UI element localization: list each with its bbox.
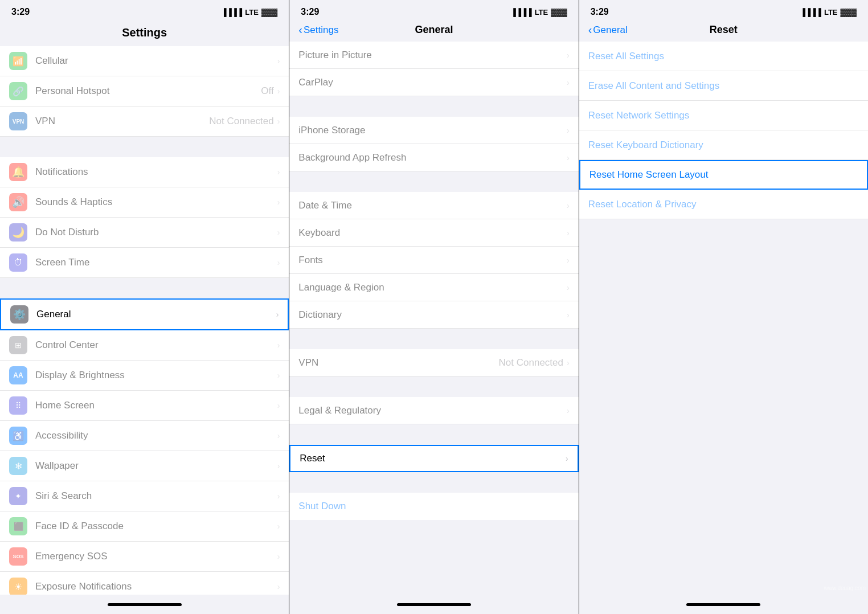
settings-item-controlcenter[interactable]: ⊞ Control Center › <box>0 330 289 361</box>
general-item-shutdown[interactable]: Shut Down <box>289 493 578 520</box>
storage-label: iPhone Storage <box>298 125 567 136</box>
general-item-pip[interactable]: Picture in Picture › <box>289 42 578 69</box>
general-item-storage[interactable]: iPhone Storage › <box>289 117 578 144</box>
settings-item-faceid[interactable]: ⬛ Face ID & Passcode › <box>0 511 289 542</box>
dictionary-label: Dictionary <box>298 309 567 321</box>
sounds-label: Sounds & Haptics <box>35 197 277 208</box>
general-item-bgrefresh[interactable]: Background App Refresh › <box>289 144 578 171</box>
general-item-dictionary[interactable]: Dictionary › <box>289 301 578 329</box>
general-item-vpn[interactable]: VPN Not Connected › <box>289 349 578 376</box>
reset-nav-chevron: › <box>566 454 568 463</box>
lte-label-2: LTE <box>535 8 548 17</box>
lte-label-3: LTE <box>824 8 838 17</box>
back-label-settings: Settings <box>304 24 338 36</box>
general-item-legal[interactable]: Legal & Regulatory › <box>289 397 578 424</box>
bgrefresh-chevron: › <box>567 153 570 162</box>
reset-network-label: Reset Network Settings <box>588 110 859 121</box>
settings-item-cellular[interactable]: 📶 Cellular › <box>0 46 289 76</box>
donotdisturb-label: Do Not Disturb <box>35 227 277 238</box>
keyboard-chevron: › <box>567 228 570 238</box>
storage-chevron: › <box>567 126 570 135</box>
settings-item-screentime[interactable]: ⏱ Screen Time › <box>0 248 289 278</box>
reset-section: Reset All Settings Erase All Content and… <box>579 42 868 219</box>
sounds-icon: 🔊 <box>9 193 27 211</box>
separator-g2 <box>289 171 578 192</box>
general-item-datetime[interactable]: Date & Time › <box>289 192 578 219</box>
separator-g3 <box>289 329 578 349</box>
home-indicator-1 <box>108 603 182 606</box>
legal-label: Legal & Regulatory <box>298 405 567 416</box>
hotspot-label: Personal Hotspot <box>35 85 261 97</box>
shutdown-label: Shut Down <box>298 501 569 512</box>
homescreen-label: Home Screen <box>35 400 277 411</box>
status-time-3: 3:29 <box>591 7 609 17</box>
hotspot-icon: 🔗 <box>9 82 27 100</box>
accessibility-label: Accessibility <box>35 430 277 441</box>
reset-item-all-settings[interactable]: Reset All Settings <box>579 42 868 71</box>
general-vpn-chevron: › <box>567 358 570 367</box>
exposure-icon: ☀ <box>9 578 27 595</box>
fonts-label: Fonts <box>298 255 567 266</box>
settings-item-accessibility[interactable]: ♿ Accessibility › <box>0 421 289 451</box>
settings-item-sounds[interactable]: 🔊 Sounds & Haptics › <box>0 187 289 218</box>
bgrefresh-label: Background App Refresh <box>298 152 567 163</box>
wallpaper-chevron: › <box>277 461 280 470</box>
sos-label: Emergency SOS <box>35 551 277 562</box>
settings-section-general: ⚙️ General › <box>0 298 289 330</box>
settings-item-exposure[interactable]: ☀ Exposure Notifications › <box>0 572 289 595</box>
reset-item-home-screen[interactable]: Reset Home Screen Layout <box>579 160 868 190</box>
settings-item-vpn[interactable]: VPN VPN Not Connected › <box>0 107 289 137</box>
settings-item-homescreen[interactable]: ⠿ Home Screen › <box>0 391 289 421</box>
general-item-carplay[interactable]: CarPlay › <box>289 69 578 96</box>
settings-item-notifications[interactable]: 🔔 Notifications › <box>0 157 289 187</box>
general-icon: ⚙️ <box>10 305 28 324</box>
siri-label: Siri & Search <box>35 490 277 502</box>
faceid-label: Face ID & Passcode <box>35 521 277 532</box>
home-indicator-3 <box>686 603 760 606</box>
settings-item-wallpaper[interactable]: ❄ Wallpaper › <box>0 451 289 481</box>
vpn-icon: VPN <box>9 112 27 130</box>
screentime-label: Screen Time <box>35 257 277 268</box>
settings-item-donotdisturb[interactable]: 🌙 Do Not Disturb › <box>0 218 289 248</box>
signal-icon-2: ▐▐▐▐ <box>511 8 532 17</box>
display-chevron: › <box>277 371 280 380</box>
reset-item-keyboard-dict[interactable]: Reset Keyboard Dictionary <box>579 130 868 160</box>
reset-item-network[interactable]: Reset Network Settings <box>579 101 868 130</box>
general-item-keyboard[interactable]: Keyboard › <box>289 219 578 247</box>
back-button-settings[interactable]: ‹ Settings <box>298 23 338 36</box>
settings-item-general[interactable]: ⚙️ General › <box>0 298 289 330</box>
vpn-chevron: › <box>277 117 280 126</box>
exposure-chevron: › <box>277 582 280 591</box>
battery-icon-3: ▓▓▓ <box>841 8 857 17</box>
settings-item-sos[interactable]: SOS Emergency SOS › <box>0 542 289 572</box>
general-section-3: Date & Time › Keyboard › Fonts › Languag… <box>289 192 578 329</box>
general-section-reset: Reset › <box>289 445 578 472</box>
reset-list: Reset All Settings Erase All Content and… <box>579 42 868 595</box>
general-item-reset[interactable]: Reset › <box>289 445 578 472</box>
status-time-2: 3:29 <box>301 7 319 17</box>
settings-item-siri[interactable]: ✦ Siri & Search › <box>0 481 289 511</box>
separator-2 <box>0 278 289 298</box>
status-icons-2: ▐▐▐▐ LTE ▓▓▓ <box>511 8 567 17</box>
battery-icon-2: ▓▓▓ <box>551 8 567 17</box>
donotdisturb-icon: 🌙 <box>9 223 27 241</box>
general-item-fonts[interactable]: Fonts › <box>289 247 578 274</box>
hotspot-value: Off <box>261 85 273 97</box>
back-button-general[interactable]: ‹ General <box>588 23 628 36</box>
settings-item-display[interactable]: AA Display & Brightness › <box>0 361 289 391</box>
reset-all-settings-label: Reset All Settings <box>588 51 859 62</box>
cellular-chevron: › <box>277 56 280 66</box>
reset-item-location[interactable]: Reset Location & Privacy <box>579 190 868 219</box>
carplay-chevron: › <box>567 78 570 87</box>
settings-item-hotspot[interactable]: 🔗 Personal Hotspot Off › <box>0 76 289 107</box>
reset-keyboard-label: Reset Keyboard Dictionary <box>588 140 859 151</box>
general-item-language[interactable]: Language & Region › <box>289 274 578 301</box>
controlcenter-chevron: › <box>277 341 280 350</box>
reset-item-erase-all[interactable]: Erase All Content and Settings <box>579 71 868 101</box>
separator-g6 <box>289 472 578 493</box>
reset-nav-label: Reset <box>300 453 566 464</box>
datetime-chevron: › <box>567 201 570 210</box>
sos-icon: SOS <box>9 547 27 566</box>
fonts-chevron: › <box>567 256 570 265</box>
battery-icon: ▓▓▓ <box>261 8 277 17</box>
